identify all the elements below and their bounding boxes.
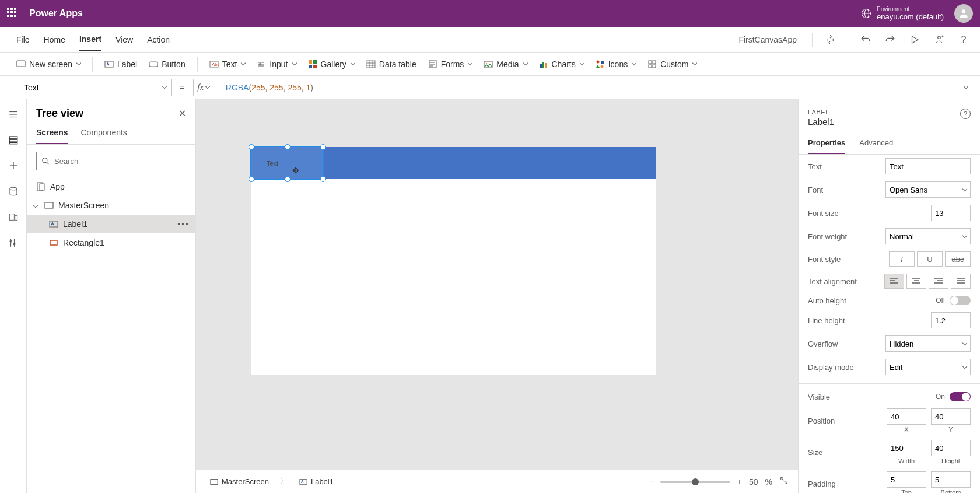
prop-height-input[interactable]: 40 [931, 440, 971, 456]
prop-width-input[interactable]: 150 [887, 440, 926, 456]
resize-handle[interactable] [320, 176, 326, 182]
italic-button[interactable]: I [889, 251, 915, 267]
separator [197, 57, 198, 72]
more-icon[interactable]: ••• [177, 219, 190, 229]
hamburger-icon[interactable] [6, 107, 20, 121]
autoheight-toggle[interactable] [950, 296, 971, 305]
prop-fontweight-select[interactable]: Normal [886, 228, 971, 244]
tree-label1-node[interactable]: Label1 ••• [27, 215, 195, 233]
menu-home[interactable]: Home [44, 29, 65, 50]
prop-font-label: Font [808, 186, 823, 194]
align-left-button[interactable] [884, 274, 904, 289]
prop-padbottom-input[interactable]: 5 [931, 471, 971, 488]
insert-media-menu[interactable]: Media [484, 60, 527, 69]
prop-lineheight-input[interactable]: 1.2 [931, 312, 971, 328]
menu-file[interactable]: File [16, 29, 30, 50]
svg-marker-1 [912, 36, 919, 43]
tree-view-icon[interactable] [6, 133, 20, 147]
text-menu-label: Text [222, 60, 237, 69]
tab-advanced[interactable]: Advanced [859, 135, 893, 154]
insert-datatable-button[interactable]: Data table [366, 60, 416, 69]
menu-insert[interactable]: Insert [79, 29, 102, 51]
fit-screen-icon[interactable] [779, 476, 789, 487]
tree-app-node[interactable]: App [27, 177, 195, 196]
underline-button[interactable]: U [917, 251, 943, 267]
zoom-slider[interactable] [660, 481, 730, 483]
svg-rect-49 [9, 214, 14, 221]
new-screen-button[interactable]: New screen [16, 60, 80, 69]
insert-icon[interactable] [6, 159, 20, 173]
tree-rectangle1-node[interactable]: Rectangle1 [27, 233, 195, 252]
prop-text-input[interactable]: Text [886, 158, 971, 174]
tab-properties[interactable]: Properties [808, 135, 845, 154]
insert-charts-menu[interactable]: Charts [539, 60, 584, 69]
align-center-button[interactable] [907, 274, 926, 289]
svg-rect-62 [211, 479, 218, 484]
resize-handle[interactable] [320, 144, 326, 150]
icons-label: Icons [608, 60, 628, 69]
zoom-in-button[interactable]: + [737, 477, 742, 487]
insert-text-menu[interactable]: Abc Text [209, 60, 246, 69]
prop-displaymode-select[interactable]: Edit [886, 359, 971, 375]
help-icon[interactable]: ? [957, 33, 971, 47]
tree-search[interactable] [36, 152, 186, 170]
close-icon[interactable]: ✕ [178, 108, 186, 119]
waffle-icon[interactable] [7, 8, 19, 19]
properties-panel: LABEL Label1 ? Properties Advanced Text … [798, 99, 980, 493]
resize-handle[interactable] [285, 176, 290, 182]
user-avatar[interactable] [954, 4, 973, 23]
formula-input[interactable]: RGBA(255, 255, 255, 1) [220, 79, 974, 96]
environment-picker[interactable]: Environment enayu.com (default) [862, 6, 944, 22]
prop-padtop-input[interactable]: 5 [887, 471, 926, 488]
menu-view[interactable]: View [116, 29, 133, 50]
strikethrough-button[interactable]: abc [945, 251, 971, 267]
media-icon[interactable] [6, 210, 20, 224]
resize-handle[interactable] [249, 176, 254, 182]
prop-x-input[interactable]: 40 [887, 408, 926, 425]
label1-element[interactable]: ✥ [250, 146, 324, 180]
menu-action[interactable]: Action [147, 29, 170, 50]
prop-font-select[interactable]: Open Sans [886, 181, 971, 198]
app-checker-icon[interactable] [823, 33, 837, 47]
tab-screens[interactable]: Screens [36, 124, 68, 144]
svg-rect-6 [105, 61, 113, 67]
resize-handle[interactable] [285, 144, 290, 150]
svg-rect-45 [9, 143, 18, 144]
insert-custom-menu[interactable]: Custom [648, 60, 696, 69]
breadcrumb-masterscreen[interactable]: MasterScreen [205, 477, 274, 486]
share-icon[interactable] [932, 33, 946, 47]
insert-label-text: Label [117, 60, 137, 69]
svg-rect-37 [653, 61, 656, 64]
play-icon[interactable] [908, 33, 922, 47]
undo-icon[interactable] [859, 33, 873, 47]
insert-label-button[interactable]: Label [104, 60, 137, 69]
insert-icons-menu[interactable]: Icons [596, 60, 636, 69]
align-right-button[interactable] [929, 274, 949, 289]
redo-icon[interactable] [883, 33, 897, 47]
prop-overflow-select[interactable]: Hidden [886, 335, 971, 352]
insert-input-menu[interactable]: Input [257, 60, 296, 69]
prop-fontsize-input[interactable]: 13 [931, 205, 971, 221]
expand-formula-icon[interactable] [964, 84, 968, 89]
canvas[interactable]: ✥ MasterScreen 〉 Label1 − + 50 % [196, 99, 798, 493]
tools-icon[interactable] [6, 236, 20, 250]
visible-toggle[interactable] [950, 392, 971, 401]
tree-search-input[interactable] [54, 157, 181, 166]
insert-gallery-menu[interactable]: Gallery [308, 60, 355, 69]
insert-button-button[interactable]: Button [149, 60, 185, 69]
property-selector[interactable]: Text [19, 79, 172, 96]
tab-components[interactable]: Components [80, 124, 127, 144]
breadcrumb-label1[interactable]: Label1 [295, 477, 338, 486]
svg-point-35 [600, 65, 603, 68]
align-justify-button[interactable] [951, 274, 971, 289]
zoom-out-button[interactable]: − [649, 477, 653, 487]
insert-forms-menu[interactable]: Forms [428, 60, 473, 69]
app-title: FirstCanvasApp [738, 35, 797, 44]
prop-y-input[interactable]: 40 [931, 408, 971, 425]
tree-masterscreen-node[interactable]: MasterScreen [27, 196, 195, 215]
data-icon[interactable] [6, 184, 20, 198]
canvas-screen[interactable] [251, 147, 656, 375]
fx-button[interactable]: fx [193, 79, 214, 96]
panel-help-icon[interactable]: ? [960, 109, 971, 119]
resize-handle[interactable] [249, 144, 254, 150]
